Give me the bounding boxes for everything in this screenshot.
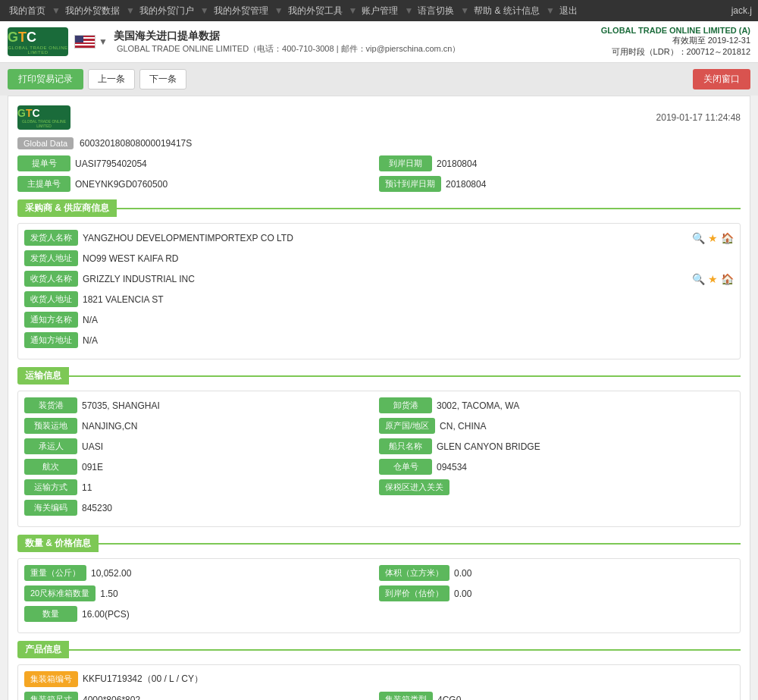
- buyer-supplier-section-header: 采购商 & 供应商信息: [17, 199, 741, 217]
- product-section-line: [69, 649, 741, 651]
- shipper-home-icon[interactable]: 🏠: [721, 232, 734, 244]
- shipper-name-value: YANGZHOU DEVELOPMENTIMPORTEXP CO LTD: [83, 233, 688, 243]
- arrival-date-label: 到岸日期: [379, 155, 432, 171]
- quantity-row: 数量 16.00(PCS): [24, 606, 734, 622]
- weight-volume-row: 重量（公斤） 10,052.00 体积（立方米） 0.00: [24, 565, 734, 581]
- global-data-tag: Global Data: [17, 137, 74, 149]
- container-size-type-row: 集装箱尺寸 4000*806*802 集装箱类型 4CG0: [24, 692, 734, 700]
- consignee-home-icon[interactable]: 🏠: [721, 273, 734, 285]
- close-button[interactable]: 关闭窗口: [693, 69, 750, 89]
- buyer-supplier-title: 采购商 & 供应商信息: [17, 199, 117, 217]
- arrival-date-value: 20180804: [437, 159, 741, 169]
- nav-help[interactable]: 帮助 & 统计信息: [471, 3, 543, 19]
- notify-addr-row: 通知方地址 N/A: [24, 332, 734, 348]
- transport-title: 运输信息: [17, 367, 69, 385]
- consignee-search-icon[interactable]: 🔍: [692, 273, 705, 285]
- prev-button[interactable]: 上一条: [88, 69, 135, 89]
- product-container-no-row: 集装箱编号 KKFU1719342（00 / L / CY）: [24, 671, 734, 687]
- shipper-star-icon[interactable]: ★: [708, 232, 718, 244]
- nav-export-data[interactable]: 我的外贸数据: [62, 3, 123, 19]
- nav-export-manage[interactable]: 我的外贸管理: [211, 3, 271, 19]
- global-data-row: Global Data 600320180808000019417S: [17, 137, 741, 149]
- ldr-time: 可用时段（LDR）：200712～201812: [601, 46, 750, 58]
- country-flag: ▼: [74, 35, 108, 49]
- bill-arrival-row: 提单号 UASI7795402054 到岸日期 20180804: [17, 155, 741, 171]
- bill-no-field: 提单号 UASI7795402054: [17, 155, 379, 171]
- transport-mode-label: 运输方式: [24, 479, 77, 495]
- print-button[interactable]: 打印贸易记录: [8, 69, 83, 89]
- nav-home[interactable]: 我的首页: [6, 3, 49, 19]
- dest-port-label: 卸货港: [379, 397, 432, 413]
- shipper-addr-row: 发货人地址 NO99 WEST KAIFA RD: [24, 250, 734, 266]
- transport-section-header: 运输信息: [17, 367, 741, 385]
- shipper-search-icon[interactable]: 🔍: [692, 232, 705, 244]
- buyer-supplier-box: 发货人名称 YANGZHOU DEVELOPMENTIMPORTEXP CO L…: [17, 223, 741, 359]
- voyage-label: 航次: [24, 459, 77, 475]
- record-datetime: 2019-01-17 11:24:48: [656, 112, 741, 123]
- master-bill-row: 主提单号 ONEYNK9GD0760500 预计到岸日期 20180804: [17, 176, 741, 192]
- container20-field: 20尺标准箱数量 1.50: [24, 585, 379, 601]
- section-line: [117, 208, 741, 209]
- logo: G T C GLOBAL TRADE ONLINE LIMITED: [8, 27, 68, 56]
- next-button[interactable]: 下一条: [139, 69, 186, 89]
- weight-field: 重量（公斤） 10,052.00: [24, 565, 379, 581]
- current-user: jack.j: [731, 5, 752, 16]
- consignee-name-row: 收货人名称 GRIZZLY INDUSTRIAL INC 🔍 ★ 🏠: [24, 271, 734, 287]
- qty-price-box: 重量（公斤） 10,052.00 体积（立方米） 0.00 20尺标准箱数量 1…: [17, 558, 741, 633]
- volume-field: 体积（立方米） 0.00: [379, 565, 734, 581]
- carrier-label: 承运人: [24, 438, 77, 454]
- notify-name-label: 通知方名称: [24, 312, 78, 328]
- container-size-field: 集装箱尺寸 4000*806*802: [24, 692, 379, 700]
- record-logo-img: G T C GLOBAL TRADE ONLINE LIMITED: [17, 105, 70, 130]
- notify-name-value: N/A: [83, 315, 734, 325]
- header-title-area: 美国海关进口提单数据 GLOBAL TRADE ONLINE LIMITED（电…: [114, 30, 461, 55]
- nav-export-portal[interactable]: 我的外贸门户: [136, 3, 197, 19]
- product-container-no-value: KKFU1719342（00 / L / CY）: [83, 673, 734, 686]
- product-section-header: 产品信息: [17, 641, 741, 658]
- pre-transport-value: NANJING,CN: [82, 421, 379, 432]
- est-arrival-value: 20180804: [446, 179, 741, 190]
- nav-export-tools[interactable]: 我的外贸工具: [285, 3, 346, 19]
- pre-transport-row: 预装运地 NANJING,CN 原产国/地区 CN, CHINA: [24, 418, 734, 434]
- consignee-addr-label: 收货人地址: [24, 291, 78, 307]
- vessel-value: GLEN CANYON BRIDGE: [437, 441, 734, 452]
- container20-row: 20尺标准箱数量 1.50 到岸价（估价） 0.00: [24, 585, 734, 601]
- shipper-name-label: 发货人名称: [24, 230, 78, 246]
- nav-language[interactable]: 语言切换: [415, 3, 457, 19]
- bill-no-value: UASI7795402054: [75, 159, 379, 169]
- origin-country-label: 原产国/地区: [379, 418, 435, 434]
- pre-transport-field: 预装运地 NANJING,CN: [24, 418, 379, 434]
- arrival-price-label: 到岸价（估价）: [379, 585, 449, 601]
- container-no-value: 094534: [437, 462, 734, 472]
- consignee-addr-value: 1821 VALENCIA ST: [83, 294, 734, 305]
- nav-logout[interactable]: 退出: [556, 3, 581, 19]
- nav-account[interactable]: 账户管理: [359, 3, 401, 19]
- validity-date: 有效期至 2019-12-31: [601, 35, 750, 46]
- container-no-label: 仓单号: [379, 459, 432, 475]
- customs-zone-field: 保税区进入关关: [379, 479, 734, 495]
- product-box: 集装箱编号 KKFU1719342（00 / L / CY） 集装箱尺寸 400…: [17, 664, 741, 700]
- qty-price-title: 数量 & 价格信息: [17, 535, 99, 552]
- origin-port-value: 57035, SHANGHAI: [82, 400, 379, 411]
- company-info: GLOBAL TRADE ONLINE LIMITED（电话：400-710-3…: [117, 43, 461, 55]
- product-title: 产品信息: [17, 641, 69, 658]
- us-flag: [74, 35, 96, 49]
- page-title: 美国海关进口提单数据: [114, 30, 461, 43]
- master-bill-field: 主提单号 ONEYNK9GD0760500: [17, 176, 379, 192]
- consignee-star-icon[interactable]: ★: [708, 273, 718, 285]
- notify-addr-label: 通知方地址: [24, 332, 78, 348]
- carrier-value: UASI: [82, 441, 379, 452]
- notify-addr-value: N/A: [83, 335, 734, 346]
- right-company-name: GLOBAL TRADE ONLINE LIMITED (A): [601, 26, 750, 35]
- carrier-field: 承运人 UASI: [24, 438, 379, 454]
- volume-label: 体积（立方米）: [379, 565, 449, 581]
- transport-mode-row: 运输方式 11 保税区进入关关: [24, 479, 734, 495]
- container-size-label: 集装箱尺寸: [24, 692, 78, 700]
- qty-price-section-header: 数量 & 价格信息: [17, 535, 741, 552]
- vessel-field: 船只名称 GLEN CANYON BRIDGE: [379, 438, 734, 454]
- header-right-info: GLOBAL TRADE ONLINE LIMITED (A) 有效期至 201…: [601, 26, 750, 58]
- vessel-label: 船只名称: [379, 438, 432, 454]
- container-type-label: 集装箱类型: [379, 692, 433, 700]
- transport-mode-field: 运输方式 11: [24, 479, 379, 495]
- container-no-field: 仓单号 094534: [379, 459, 734, 475]
